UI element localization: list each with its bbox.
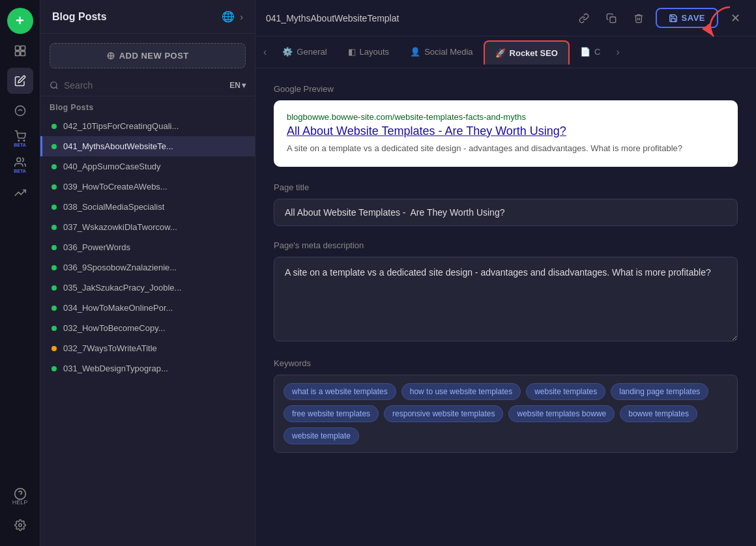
list-item[interactable]: 036_PowerWords xyxy=(40,237,255,257)
tabs-bar: ‹ ⚙️ General ◧ Layouts 👤 Social Media 🚀 … xyxy=(255,36,756,68)
keyword-tag[interactable]: responsive website templates xyxy=(384,405,503,422)
post-status-dot xyxy=(51,205,57,210)
post-name: 041_MythsAboutWebsiteTe... xyxy=(63,141,173,151)
save-button[interactable]: SAVE xyxy=(656,8,718,28)
meta-desc-group: Page's meta description A site on a temp… xyxy=(274,240,738,344)
tab-layouts[interactable]: ◧ Layouts xyxy=(338,39,400,66)
post-status-dot xyxy=(51,144,57,149)
preview-url: blogbowwe.bowwe-site.com/website-templat… xyxy=(287,112,725,122)
post-name: 040_AppSumoCaseStudy xyxy=(63,162,161,171)
icon-bar: + BE xyxy=(0,0,40,546)
post-status-dot xyxy=(51,326,57,331)
post-name: 037_WskazowkiDlaTworcow... xyxy=(63,222,177,232)
keywords-container: what is a website templateshow to use we… xyxy=(274,375,738,453)
general-icon: ⚙️ xyxy=(282,47,293,57)
keyword-tag[interactable]: website templates xyxy=(526,383,605,400)
keyword-tag[interactable]: free website templates xyxy=(284,405,379,422)
post-status-dot xyxy=(51,306,57,311)
tab-prev-button[interactable]: ‹ xyxy=(258,36,272,68)
post-name: 032_HowToBecomeCopy... xyxy=(63,323,166,333)
rocket-seo-icon: 🚀 xyxy=(495,48,506,58)
add-button[interactable]: + xyxy=(7,8,33,34)
keywords-label: Keywords xyxy=(274,358,738,368)
list-item[interactable]: 039_HowToCreateAWebs... xyxy=(40,177,255,197)
svg-rect-2 xyxy=(15,51,20,56)
keyword-tag[interactable]: bowwe templates xyxy=(620,405,697,422)
edit-icon[interactable] xyxy=(7,68,33,94)
svg-line-12 xyxy=(56,87,58,89)
language-selector[interactable]: EN ▾ xyxy=(229,81,246,90)
keyword-tag[interactable]: how to use website templates xyxy=(401,383,521,400)
link-icon[interactable] xyxy=(574,8,594,29)
list-item[interactable]: 040_AppSumoCaseStudy xyxy=(40,156,255,177)
keyword-tag[interactable]: what is a website templates xyxy=(284,383,396,400)
google-preview-card: blogbowwe.bowwe-site.com/website-templat… xyxy=(274,100,738,167)
svg-rect-0 xyxy=(15,46,20,51)
list-item[interactable]: 038_SocialMediaSpecialist xyxy=(40,197,255,217)
post-status-dot xyxy=(51,346,57,351)
tab-general[interactable]: ⚙️ General xyxy=(272,39,337,66)
svg-rect-13 xyxy=(610,17,616,23)
tab-next-button[interactable]: › xyxy=(611,36,624,68)
close-button[interactable]: ✕ xyxy=(725,8,746,29)
list-item[interactable]: 032_HowToBecomeCopy... xyxy=(40,318,255,338)
help-label: HELP xyxy=(12,499,28,506)
duplicate-icon[interactable] xyxy=(601,8,622,29)
topbar: 041_MythsAboutWebsiteTemplat SAVE xyxy=(255,0,756,36)
pages-icon[interactable] xyxy=(7,38,33,64)
svg-point-11 xyxy=(51,82,57,88)
add-new-label: ADD NEW POST xyxy=(119,51,189,61)
tab-c[interactable]: 📄 C xyxy=(570,39,611,66)
crm-icon[interactable]: BETA xyxy=(7,154,33,176)
search-bar: EN ▾ xyxy=(40,75,255,96)
page-title-input[interactable] xyxy=(274,199,738,226)
preview-description: A site on a template vs a dedicated site… xyxy=(287,142,725,155)
tab-rocket-seo[interactable]: 🚀 Rocket SEO xyxy=(484,40,570,65)
svg-point-5 xyxy=(18,140,20,141)
search-input[interactable] xyxy=(64,80,224,91)
svg-rect-1 xyxy=(20,46,25,51)
keyword-tag[interactable]: website templates bowwe xyxy=(508,405,615,422)
design-icon[interactable] xyxy=(7,98,33,124)
keyword-tag[interactable]: landing page templates xyxy=(611,383,708,400)
post-status-dot xyxy=(51,225,57,230)
post-name: 035_JakSzukacPracy_Jooble... xyxy=(63,283,181,293)
post-status-dot xyxy=(51,184,57,190)
layouts-icon: ◧ xyxy=(348,47,356,57)
preview-title[interactable]: All About Website Templates - Are They W… xyxy=(287,124,725,138)
post-status-dot xyxy=(51,164,57,169)
google-preview-label: Google Preview xyxy=(274,84,738,94)
chevron-right-icon[interactable]: › xyxy=(240,12,243,22)
keyword-tag[interactable]: website template xyxy=(284,427,359,444)
page-title-group: Page title xyxy=(274,182,738,226)
svg-rect-3 xyxy=(20,51,25,56)
post-status-dot xyxy=(51,366,57,371)
post-list: 042_10TipsForCreatingQuali... 041_MythsA… xyxy=(40,116,255,546)
list-item[interactable]: 042_10TipsForCreatingQuali... xyxy=(40,116,255,136)
list-item[interactable]: 037_WskazowkiDlaTworcow... xyxy=(40,217,255,237)
svg-point-10 xyxy=(18,524,22,527)
settings-icon[interactable] xyxy=(7,512,33,538)
analytics-icon[interactable] xyxy=(7,180,33,206)
page-title-label: Page title xyxy=(274,182,738,192)
list-item[interactable]: 041_MythsAboutWebsiteTe... xyxy=(40,136,255,156)
add-new-post-button[interactable]: ⊕ ADD NEW POST xyxy=(50,43,246,68)
tab-social-media[interactable]: 👤 Social Media xyxy=(400,39,483,66)
list-item[interactable]: 031_WebDesignTypograp... xyxy=(40,358,255,379)
list-item[interactable]: 032_7WaysToWriteATitle xyxy=(40,338,255,358)
list-item[interactable]: 035_JakSzukacPracy_Jooble... xyxy=(40,278,255,298)
post-name: 034_HowToMakeOnlinePor... xyxy=(63,303,173,313)
document-title: 041_MythsAboutWebsiteTemplat xyxy=(266,13,567,23)
delete-icon[interactable] xyxy=(628,8,649,29)
svg-point-6 xyxy=(23,140,25,141)
list-item[interactable]: 036_9SposobowZnalazieniе... xyxy=(40,257,255,278)
globe-icon[interactable]: 🌐 xyxy=(222,10,235,23)
sidebar-section-label: Blog Posts xyxy=(40,96,255,116)
cart-icon[interactable]: BETA xyxy=(7,128,33,150)
sidebar-header: Blog Posts 🌐 › xyxy=(40,0,255,34)
post-status-dot xyxy=(51,285,57,291)
list-item[interactable]: 034_HowToMakeOnlinePor... xyxy=(40,298,255,318)
meta-desc-input[interactable]: A site on a template vs a dedicated site… xyxy=(274,257,738,341)
help-icon[interactable]: HELP xyxy=(7,485,33,508)
tab-c-icon: 📄 xyxy=(580,47,590,57)
